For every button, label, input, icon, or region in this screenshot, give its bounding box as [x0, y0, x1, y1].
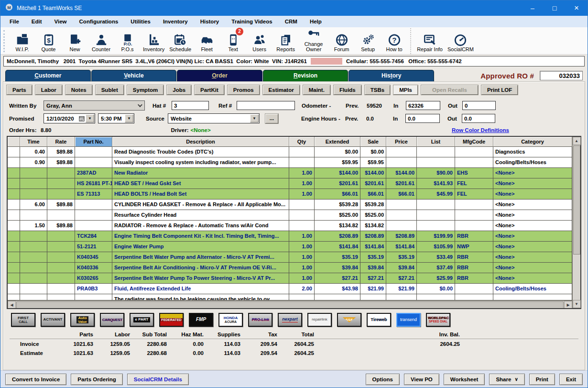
- vendor-logo[interactable]: Auto Value: [70, 313, 95, 327]
- toolbar-button[interactable]: Users: [246, 28, 272, 54]
- subtab-button[interactable]: Sublet: [96, 85, 124, 95]
- column-header[interactable]: Part No.: [75, 137, 112, 147]
- footer-button[interactable]: Exit: [559, 374, 583, 385]
- toolbar-button[interactable]: New: [62, 28, 88, 54]
- scroll-up-button[interactable]: ▲: [573, 137, 581, 145]
- menu-item[interactable]: Training Videos: [225, 19, 278, 24]
- subtab-button[interactable]: Print LOF: [481, 85, 518, 95]
- vendor-logo[interactable]: SSF: [337, 313, 361, 327]
- vendor-logo[interactable]: ACTIVANT: [41, 313, 65, 327]
- subtab-button[interactable]: Labor: [35, 85, 62, 95]
- vendor-logo[interactable]: nexpart: [278, 313, 302, 327]
- row-selector-cell[interactable]: [8, 284, 20, 294]
- table-row[interactable]: K040345 Serpentine Belt Water Pump and A…: [8, 252, 572, 263]
- footer-button[interactable]: Worksheet: [444, 374, 485, 385]
- source-select[interactable]: Website ▼: [168, 113, 260, 123]
- vendor-logo[interactable]: FEDERATED: [159, 313, 184, 327]
- menu-item[interactable]: CRM: [279, 19, 304, 24]
- subtab-button[interactable]: Jobs: [167, 85, 191, 95]
- row-selector-cell[interactable]: [8, 263, 20, 273]
- toolbar-button[interactable]: $ Quote: [35, 28, 62, 54]
- vendor-logo[interactable]: FMP: [189, 313, 213, 327]
- toolbar-button[interactable]: ? How to: [381, 28, 407, 54]
- date-dropdown-button[interactable]: ▼: [86, 114, 94, 122]
- toolbar-button[interactable]: 2 Text: [220, 28, 246, 54]
- promised-date-input[interactable]: 12/10/2020 ▼: [44, 113, 95, 123]
- column-header[interactable]: [8, 137, 20, 147]
- column-header[interactable]: Description: [112, 137, 289, 147]
- row-selector-cell[interactable]: [8, 210, 20, 221]
- column-header[interactable]: Extended: [315, 137, 360, 147]
- vendor-logo[interactable]: e PART: [130, 313, 154, 327]
- toolbar-button[interactable]: Repair Info: [410, 28, 445, 54]
- toolbar-button[interactable]: W.I.P.: [9, 28, 35, 54]
- footer-button[interactable]: Parts Ordering: [71, 374, 123, 385]
- row-selector-cell[interactable]: [8, 189, 20, 200]
- menu-item[interactable]: Configurations: [73, 19, 125, 24]
- tab-3[interactable]: Revision: [263, 70, 348, 81]
- footer-button[interactable]: View PO: [404, 374, 439, 385]
- vertical-scroll-thumb[interactable]: [573, 145, 580, 255]
- footer-button[interactable]: SocialCRM Details: [127, 374, 189, 385]
- row-selector-cell[interactable]: [8, 294, 20, 300]
- scroll-down-button[interactable]: ▼: [573, 300, 581, 308]
- subtab-button[interactable]: Notes: [65, 85, 92, 95]
- subtab-button[interactable]: Estimator: [263, 85, 300, 95]
- vendor-logo[interactable]: WORLDPAC SPEED DIAL: [426, 313, 450, 327]
- subtab-button[interactable]: Symptom: [127, 85, 163, 95]
- close-button[interactable]: ×: [566, 0, 588, 16]
- vendor-logo[interactable]: FIRST CALL: [11, 313, 35, 327]
- subtab-button[interactable]: Maint.: [303, 85, 330, 95]
- table-row[interactable]: 2387AD New Radiator 1.00 $144.00 $144.00…: [8, 168, 572, 178]
- table-row[interactable]: 1.50 $89.88 RADIATOR - Remove & Replace …: [8, 221, 572, 231]
- subtab-button[interactable]: PartKit: [195, 85, 224, 95]
- table-row[interactable]: 6.00 $89.88 CYLINDER HEAD GASKET - Remov…: [8, 200, 572, 210]
- table-row[interactable]: 0.40 $89.88 Read Diagnostic Trouble Code…: [8, 147, 572, 157]
- minimize-button[interactable]: –: [522, 0, 544, 16]
- promised-time-select[interactable]: 5:30 PM ▼: [98, 113, 134, 123]
- menu-item[interactable]: File: [3, 19, 25, 24]
- vertical-scrollbar[interactable]: ▲ ▼: [572, 137, 580, 308]
- toolbar-gripper[interactable]: [3, 30, 6, 52]
- vendor-logo[interactable]: PRO-Link: [248, 313, 272, 327]
- tab-0[interactable]: Customer: [5, 70, 91, 81]
- row-selector-cell[interactable]: [8, 273, 20, 284]
- time-dropdown-button[interactable]: ▼: [125, 114, 133, 122]
- source-dropdown-button[interactable]: ▼: [250, 114, 259, 122]
- row-color-definitions-link[interactable]: Row Color Definitions: [452, 127, 509, 133]
- toolbar-button[interactable]: Setup: [355, 28, 381, 54]
- table-row[interactable]: The radiator was found to be leaking cau…: [8, 294, 572, 300]
- table-row[interactable]: HS 26181 PT-1 HEAD SET / Head Gskt Set 1…: [8, 178, 572, 189]
- table-row[interactable]: 51-2121 Engine Water Pump 1.00 $141.84 $…: [8, 242, 572, 252]
- subtab-button[interactable]: MPIs: [393, 85, 418, 95]
- row-selector-cell[interactable]: [8, 221, 20, 231]
- menu-item[interactable]: Inventory: [157, 19, 194, 24]
- vendor-logo[interactable]: transend: [396, 313, 421, 327]
- toolbar-button[interactable]: Fleet: [194, 28, 220, 54]
- row-selector-cell[interactable]: [8, 178, 20, 189]
- tab-1[interactable]: Vehicle: [91, 70, 177, 81]
- column-header[interactable]: Price: [386, 137, 417, 147]
- maximize-button[interactable]: □: [544, 0, 566, 16]
- horizontal-scrollbar[interactable]: ◀ ▶: [8, 300, 572, 308]
- table-row[interactable]: 0.90 $89.88 Visually inspect cooling sys…: [8, 157, 572, 168]
- menu-item[interactable]: Utilities: [124, 19, 157, 24]
- footer-button[interactable]: Convert to Invoice: [5, 374, 66, 385]
- toolbar-button[interactable]: Change Owner: [299, 28, 328, 54]
- table-row[interactable]: TCK284 Engine Timing Belt Component Kit …: [8, 231, 572, 242]
- column-header[interactable]: Category: [493, 137, 572, 147]
- row-selector-cell[interactable]: [8, 242, 20, 252]
- vendor-logo[interactable]: HONDA ACURA: [218, 313, 243, 327]
- scroll-left-button[interactable]: ◀: [8, 301, 16, 309]
- vendor-logo[interactable]: Tireweb: [367, 313, 391, 327]
- subtab-button[interactable]: Open Recalls: [421, 85, 478, 95]
- source-more-button[interactable]: ...: [265, 114, 278, 123]
- engine-out-input[interactable]: 0.0: [462, 114, 495, 123]
- column-header[interactable]: List: [417, 137, 455, 147]
- scroll-right-button[interactable]: ▶: [564, 301, 572, 309]
- ref-input[interactable]: [237, 101, 295, 110]
- column-header[interactable]: Qty: [289, 137, 315, 147]
- row-selector-cell[interactable]: [8, 252, 20, 263]
- subtab-button[interactable]: Promos: [228, 85, 260, 95]
- odometer-in-input[interactable]: 62326: [406, 101, 440, 110]
